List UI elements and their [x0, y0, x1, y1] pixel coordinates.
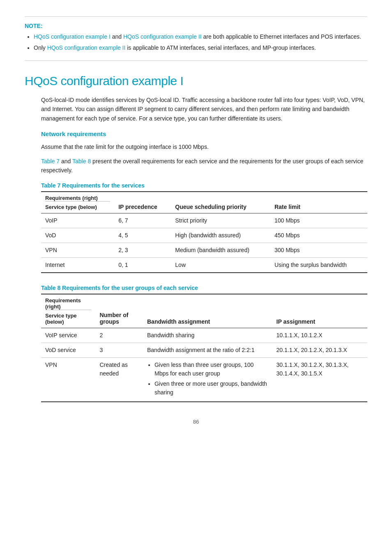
note-label: NOTE: — [25, 23, 367, 29]
table-row: Internet 0, 1 Low Using the surplus band… — [41, 258, 367, 273]
table7-col-req: Requirements (right) Service type (below… — [41, 192, 114, 213]
table8-row1-bandwidth: Bandwidth sharing — [143, 328, 272, 343]
network-req-heading: Network requirements — [41, 130, 367, 137]
vpn-bandwidth-list: Given less than three user groups, 100 M… — [147, 361, 268, 397]
table7-th-below: Service type (below) — [45, 204, 110, 210]
table8-th-right: Requirements (right) — [45, 297, 91, 310]
table7-row1-queue: Strict priority — [171, 213, 270, 228]
table7-row2-ip: 4, 5 — [114, 228, 171, 243]
section-body: QoS-local-ID mode identifies services by… — [25, 95, 367, 402]
hqos-example-2-link-1[interactable]: HQoS configuration example II — [123, 33, 202, 40]
table8-row1-groups: 2 — [95, 328, 143, 343]
table7-row2-service: VoD — [41, 228, 114, 243]
table7-row3-ip: 2, 3 — [114, 243, 171, 258]
table7-th-right: Requirements (right) — [45, 195, 110, 201]
table7-col-ip: IP precedence — [114, 192, 171, 213]
table-row: VoIP service 2 Bandwidth sharing 10.1.1.… — [41, 328, 367, 343]
table-row: VPN Created as needed Given less than th… — [41, 358, 367, 402]
table-row: VoIP 6, 7 Strict priority 100 Mbps — [41, 213, 367, 228]
table8-row2-ip: 20.1.1.X, 20.1.2.X, 20.1.3.X — [272, 343, 367, 358]
table7-row1-ip: 6, 7 — [114, 213, 171, 228]
note-list: HQoS configuration example I and HQoS co… — [25, 32, 367, 52]
table-row: VoD 4, 5 High (bandwidth assured) 450 Mb… — [41, 228, 367, 243]
table-row: VPN 2, 3 Medium (bandwidth assured) 300 … — [41, 243, 367, 258]
table8-row3-ip: 30.1.1.X, 30.1.2.X, 30.1.3.X, 30.1.4.X, … — [272, 358, 367, 402]
hqos-example-1-link-1[interactable]: HQoS configuration example I — [34, 33, 111, 40]
table7-row3-queue: Medium (bandwidth assured) — [171, 243, 270, 258]
network-req-para2: Table 7 and Table 8 present the overall … — [41, 157, 367, 175]
table8-link[interactable]: Table 8 — [72, 158, 91, 165]
table-row: VoD service 3 Bandwidth assignment at th… — [41, 343, 367, 358]
table8-row1-ip: 10.1.1.X, 10.1.2.X — [272, 328, 367, 343]
table7-row3-service: VPN — [41, 243, 114, 258]
table7-caption: Table 7 Requirements for the services — [41, 182, 367, 189]
table8-row3-groups: Created as needed — [95, 358, 143, 402]
table8-col-ip: IP assignment — [272, 294, 367, 328]
table7-row2-rate: 450 Mbps — [270, 228, 367, 243]
table7-col-rate: Rate limit — [270, 192, 367, 213]
intro-paragraph: QoS-local-ID mode identifies services by… — [41, 95, 367, 123]
table7-row1-service: VoIP — [41, 213, 114, 228]
table8-col-bandwidth: Bandwidth assignment — [143, 294, 272, 328]
table7-col-queue: Queue scheduling priority — [171, 192, 270, 213]
section-title: HQoS configuration example I — [25, 74, 367, 88]
table8-row2-service: VoD service — [41, 343, 95, 358]
table7: Requirements (right) Service type (below… — [41, 191, 367, 273]
table7-row4-ip: 0, 1 — [114, 258, 171, 273]
network-req-para1: Assume that the rate limit for the outgo… — [41, 142, 367, 151]
table8-row2-groups: 3 — [95, 343, 143, 358]
table7-row1-rate: 100 Mbps — [270, 213, 367, 228]
table7-row3-rate: 300 Mbps — [270, 243, 367, 258]
table8-row1-service: VoIP service — [41, 328, 95, 343]
table8-caption: Table 8 Requirements for the user groups… — [41, 285, 367, 291]
note-item-2: Only HQoS configuration example II is ap… — [34, 44, 367, 52]
table8-row3-bandwidth: Given less than three user groups, 100 M… — [143, 358, 272, 402]
table8-col-groups: Number of groups — [95, 294, 143, 328]
table8-row3-service: VPN — [41, 358, 95, 402]
page-number: 86 — [25, 419, 367, 425]
table7-row4-service: Internet — [41, 258, 114, 273]
hqos-example-2-link-2[interactable]: HQoS configuration example II — [47, 44, 126, 51]
table7-row4-queue: Low — [171, 258, 270, 273]
table7-row2-queue: High (bandwidth assured) — [171, 228, 270, 243]
list-item: Given less than three user groups, 100 M… — [154, 361, 268, 378]
table7-link[interactable]: Table 7 — [41, 158, 60, 165]
table7-row4-rate: Using the surplus bandwidth — [270, 258, 367, 273]
table8-th-below: Service type (below) — [45, 313, 91, 325]
table8-col-req: Requirements (right) Service type (below… — [41, 294, 95, 328]
note-box: NOTE: HQoS configuration example I and H… — [25, 16, 367, 61]
table8-row2-bandwidth: Bandwidth assignment at the ratio of 2:2… — [143, 343, 272, 358]
note-item-1: HQoS configuration example I and HQoS co… — [34, 32, 367, 41]
list-item: Given three or more user groups, bandwid… — [154, 380, 268, 397]
table8: Requirements (right) Service type (below… — [41, 294, 367, 402]
